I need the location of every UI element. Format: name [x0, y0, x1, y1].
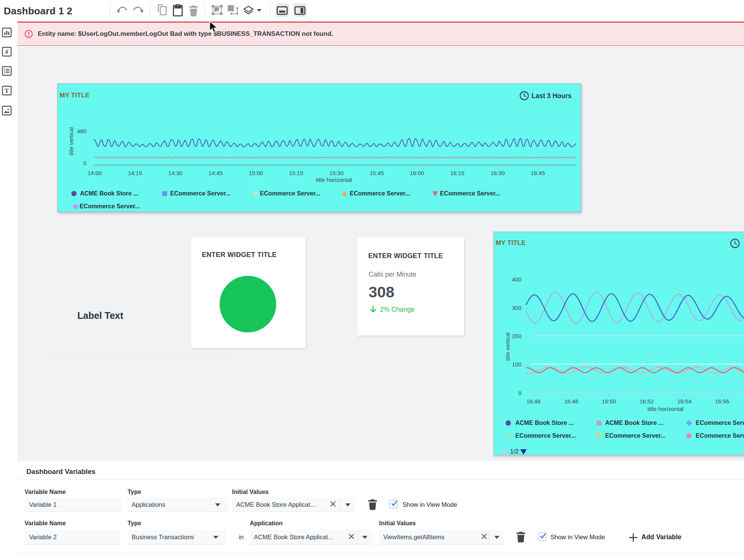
svg-text:#: # [5, 49, 9, 55]
svg-text:T: T [5, 87, 9, 94]
